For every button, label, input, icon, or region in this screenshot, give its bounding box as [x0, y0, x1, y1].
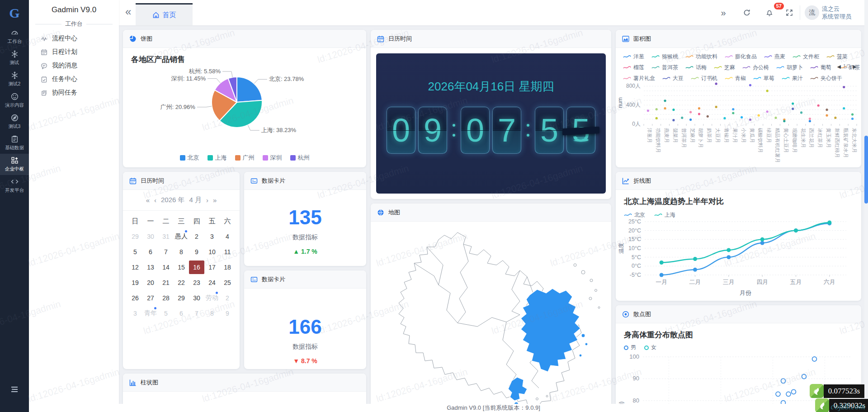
legend-next-icon[interactable]: ▶ — [853, 64, 857, 70]
calendar-day[interactable]: 7 — [189, 307, 204, 320]
tab-home[interactable]: 首页 — [136, 3, 193, 25]
legend-item-燕麦[interactable]: 燕麦 — [764, 53, 785, 61]
legend-item-功能饮料[interactable]: 功能饮料 — [685, 53, 717, 61]
legend-item-普洱茶[interactable]: 普洱茶 — [651, 64, 678, 71]
legend-item-女[interactable]: 女 — [644, 344, 656, 351]
calendar-day[interactable]: 15 — [174, 260, 189, 274]
calendar-day[interactable]: 21 — [158, 276, 174, 289]
calendar-day[interactable]: 青年 — [143, 307, 158, 320]
calendar-day[interactable]: 13 — [143, 260, 158, 274]
user-info[interactable]: 流之云 系统管理员 — [822, 5, 863, 20]
legend-item-深圳[interactable]: 深圳 — [263, 154, 282, 162]
legend-item-文件柜[interactable]: 文件柜 — [793, 53, 819, 61]
legend-item-话梅[interactable]: 话梅 — [685, 64, 707, 71]
rail-item-开发平台[interactable]: 开发平台 — [0, 175, 29, 196]
notifications-bell-icon[interactable] — [764, 7, 775, 18]
calendar-day[interactable]: 9 — [189, 245, 204, 259]
legend-item-榴莲[interactable]: 榴莲 — [623, 64, 644, 71]
calendar-day[interactable]: 14 — [158, 260, 174, 274]
calendar-day[interactable]: 2 — [220, 291, 235, 305]
calendar-day[interactable]: 10 — [204, 245, 220, 259]
sidebar-item-协同任务[interactable]: 协同任务 — [29, 86, 119, 99]
next-month-button[interactable]: › — [206, 196, 208, 204]
calendar-day[interactable]: 8 — [174, 245, 189, 259]
svg-text:现磨咖啡月: 现磨咖啡月 — [792, 128, 797, 153]
user-avatar[interactable]: 流 — [805, 5, 819, 20]
rail-item-测试3[interactable]: 测试3 — [0, 111, 29, 133]
calendar-day[interactable]: 26 — [127, 291, 143, 305]
collapse-sidebar-button[interactable]: « — [125, 5, 131, 18]
rail-item-企业中枢[interactable]: 企业中枢 — [0, 154, 29, 175]
calendar-day[interactable]: 6 — [174, 307, 189, 320]
calendar-day[interactable]: 6 — [143, 245, 158, 259]
calendar-day[interactable]: 3 — [127, 307, 143, 320]
sidebar-item-流程中心[interactable]: 流程中心 — [29, 32, 119, 45]
rail-item-测试[interactable]: 测试 — [0, 47, 29, 69]
calendar-day[interactable]: 24 — [204, 276, 220, 289]
calendar-day[interactable]: 12 — [127, 260, 143, 274]
legend-item-洋葱[interactable]: 洋葱 — [623, 53, 644, 61]
legend-item-北京[interactable]: 北京 — [180, 154, 199, 162]
calendar-day[interactable]: 23 — [189, 276, 204, 289]
scrollbar[interactable] — [864, 0, 868, 412]
calendar-day[interactable]: 25 — [220, 276, 235, 289]
legend-prev-icon[interactable]: ◀ — [837, 64, 840, 70]
calendar-day[interactable]: 3 — [204, 230, 220, 243]
legend-item-胡萝卜[interactable]: 胡萝卜 — [776, 64, 803, 71]
prev-month-button[interactable]: ‹ — [154, 196, 156, 204]
fullscreen-icon[interactable] — [784, 7, 795, 18]
calendar-day[interactable]: 5 — [158, 307, 174, 320]
legend-item-葡萄[interactable]: 葡萄 — [810, 64, 831, 71]
legend-item-膨化食品[interactable]: 膨化食品 — [725, 53, 757, 61]
pie-chart[interactable]: 北京: 23.78%上海: 38.23%广州: 20.96%深圳: 11.45%… — [123, 55, 366, 149]
calendar-day[interactable]: 18 — [220, 260, 235, 274]
calendar-day[interactable]: 30 — [143, 230, 158, 243]
calendar-day[interactable]: 7 — [158, 245, 174, 259]
calendar-day[interactable]: 22 — [174, 276, 189, 289]
load-timer-badge-1: 0.077523s — [810, 384, 864, 398]
calendar-day[interactable]: 8 — [204, 307, 220, 320]
prev-year-button[interactable]: « — [146, 196, 150, 204]
legend-item-菠菜[interactable]: 菠菜 — [826, 53, 848, 61]
area-chart[interactable]: 0人400人800人洋葱月功能饮料月燕麦月菠菜月普洱茶月芝麻月胡萝卜月奶茶月大豆… — [616, 79, 861, 167]
legend-item-办公椅[interactable]: 办公椅 — [742, 64, 769, 71]
legend-item-芝麻[interactable]: 芝麻 — [714, 64, 735, 71]
calendar-day[interactable]: 29 — [127, 230, 143, 243]
calendar-day[interactable]: 20 — [143, 276, 158, 289]
calendar-day[interactable]: 劳动 — [204, 291, 220, 305]
scrollbar-thumb[interactable] — [864, 136, 868, 204]
legend-item-男[interactable]: 男 — [624, 344, 636, 351]
calendar-day[interactable]: 愚人 — [174, 230, 189, 243]
legend-item-广州[interactable]: 广州 — [235, 154, 255, 162]
rail-item-基础数据[interactable]: 基础数据 — [0, 133, 29, 154]
rail-item-演示内容[interactable]: 演示内容 — [0, 90, 29, 111]
legend-item-猕猴桃[interactable]: 猕猴桃 — [651, 53, 678, 61]
calendar-day[interactable]: 19 — [127, 276, 143, 289]
calendar-day[interactable]: 17 — [204, 260, 220, 274]
rail-item-测试2[interactable]: 测试2 — [0, 69, 29, 90]
rail-item-工作台[interactable]: 工作台 — [0, 26, 29, 47]
calendar-day[interactable]: 29 — [174, 291, 189, 305]
calendar-day[interactable]: 31 — [158, 230, 174, 243]
line-chart[interactable]: -5°C0°C5°C10°C15°C20°C25°C一月二月三月四月五月六月月份… — [616, 216, 861, 301]
calendar-day[interactable]: 2 — [189, 230, 204, 243]
sidebar-item-任务中心[interactable]: 任务中心 — [29, 72, 119, 86]
calendar-day[interactable]: 4 — [220, 230, 235, 243]
legend-item-上海[interactable]: 上海 — [208, 154, 227, 162]
calendar-day[interactable]: 5 — [127, 245, 143, 259]
sidebar-item-日程计划[interactable]: 日程计划 — [29, 45, 119, 59]
expand-tabs-button[interactable]: » — [718, 7, 729, 18]
rail-collapse-icon[interactable] — [0, 385, 29, 394]
svg-text:深圳: 11.45%: 深圳: 11.45% — [171, 75, 206, 82]
province-map[interactable] — [371, 222, 611, 412]
calendar-day-selected[interactable]: 16 — [189, 260, 204, 274]
calendar-day[interactable]: 11 — [220, 245, 235, 259]
calendar-day[interactable]: 27 — [143, 291, 158, 305]
calendar-day[interactable]: 9 — [220, 307, 235, 320]
calendar-day[interactable]: 30 — [189, 291, 204, 305]
legend-item-杭州[interactable]: 杭州 — [290, 154, 310, 162]
refresh-icon[interactable] — [741, 7, 752, 18]
calendar-day[interactable]: 28 — [158, 291, 174, 305]
next-year-button[interactable]: » — [213, 196, 217, 204]
sidebar-item-我的消息[interactable]: 我的消息 — [29, 59, 119, 72]
